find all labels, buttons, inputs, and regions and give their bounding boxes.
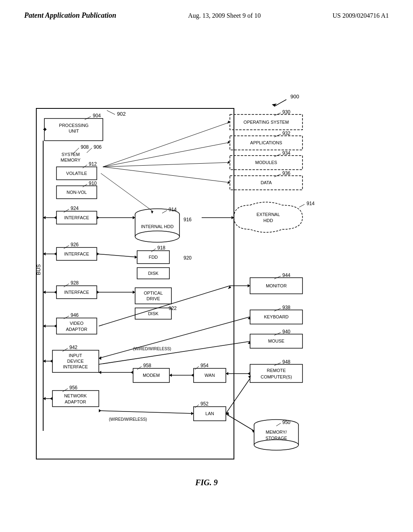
box-optical-drive — [135, 288, 171, 304]
label-optical-drive2: DRIVE — [146, 296, 160, 301]
cylinder-memory-bottom — [254, 440, 298, 450]
label-mouse: MOUSE — [268, 339, 284, 343]
box-external-hdd — [234, 202, 302, 233]
ref-914a: 914 — [169, 207, 177, 212]
ref-934: 934 — [282, 150, 290, 156]
svg-line-75 — [99, 341, 250, 364]
svg-marker-30 — [50, 360, 52, 363]
header-date-sheet: Aug. 13, 2009 Sheet 9 of 10 — [188, 12, 261, 19]
ref-936: 936 — [282, 170, 290, 176]
label-network-adaptor1: NETWORK — [64, 393, 87, 398]
label-remote-computer2: COMPUTER(S) — [261, 374, 292, 379]
svg-marker-69 — [248, 284, 250, 287]
ref-906: 906 — [94, 144, 102, 150]
label-external-hdd2: HDD — [263, 218, 273, 223]
label-remote-computer1: REMOTE — [267, 368, 286, 373]
svg-line-43 — [151, 249, 156, 252]
label-data: DATA — [261, 180, 272, 185]
ref-900: 900 — [290, 94, 299, 100]
svg-marker-95 — [248, 376, 251, 378]
label-external-hdd1: EXTERNAL — [257, 212, 280, 217]
svg-line-93 — [226, 378, 250, 414]
ref-954: 954 — [200, 363, 209, 368]
label-disk-922: DISK — [148, 311, 159, 316]
svg-marker-55 — [227, 121, 230, 124]
page-header: Patent Application Publication Aug. 13, … — [0, 0, 413, 20]
ref-956: 956 — [69, 385, 77, 391]
label-fdd: FDD — [149, 255, 158, 260]
ref-950: 950 — [282, 420, 290, 425]
svg-line-31 — [63, 389, 68, 392]
label-input-device3: INTERFACE — [63, 364, 88, 369]
label-volatile: VOLATILE — [66, 171, 87, 176]
svg-marker-1 — [272, 104, 277, 106]
svg-line-66 — [99, 286, 230, 326]
svg-line-27 — [63, 348, 68, 351]
label-wan: WAN — [204, 373, 215, 378]
label-input-device2: DEVICE — [67, 359, 84, 364]
ref-946: 946 — [71, 312, 79, 318]
header-patent-number: US 2009/0204716 A1 — [332, 12, 389, 19]
svg-marker-91 — [191, 412, 194, 415]
ref-930: 930 — [282, 109, 290, 115]
ref-938: 938 — [282, 305, 290, 310]
box-video-adaptor — [56, 318, 97, 334]
header-publication-label: Patent Application Publication — [24, 11, 116, 20]
label-network-adaptor2: ADAPTOR — [65, 399, 86, 404]
svg-marker-80 — [131, 371, 133, 374]
svg-marker-61 — [227, 181, 230, 184]
ref-944: 944 — [282, 272, 290, 278]
label-non-vol: NON-VOL — [67, 190, 87, 195]
svg-marker-83 — [169, 374, 172, 377]
svg-marker-88 — [248, 372, 250, 375]
svg-line-15 — [64, 245, 69, 249]
svg-marker-46 — [97, 252, 99, 256]
label-system-memory1: SYSTEM — [61, 152, 79, 157]
svg-marker-34 — [50, 397, 52, 400]
label-applications: APPLICATIONS — [250, 140, 282, 145]
svg-line-62 — [299, 204, 305, 207]
label-system-memory2: MEMORY — [60, 158, 81, 162]
ref-922: 922 — [169, 305, 177, 311]
svg-line-9 — [83, 165, 87, 168]
box-remote-computer — [250, 364, 302, 382]
ref-910: 910 — [89, 181, 97, 186]
label-input-device1: INPUT — [69, 353, 82, 358]
svg-marker-48 — [133, 291, 135, 294]
ref-904: 904 — [93, 113, 101, 118]
label-wired-wireless-956: (WIRED/WIRELESS) — [109, 417, 147, 422]
svg-line-81 — [195, 366, 199, 370]
svg-line-19 — [64, 284, 69, 287]
svg-line-2 — [107, 110, 115, 114]
label-keyboard: KEYBOARD — [264, 314, 288, 319]
label-processing-unit: PROCESSING — [59, 123, 88, 128]
ref-902: 902 — [117, 111, 126, 117]
svg-marker-39 — [133, 216, 135, 219]
ref-942: 942 — [69, 345, 77, 350]
svg-line-89 — [195, 405, 199, 408]
ref-912: 912 — [89, 161, 97, 167]
label-video-adaptor1: VIDEO — [70, 321, 84, 326]
svg-marker-74 — [99, 356, 101, 360]
figure-label: FIG. 9 — [0, 478, 413, 487]
svg-line-23 — [64, 316, 69, 319]
svg-marker-84 — [191, 374, 194, 377]
label-disk-918: DISK — [148, 271, 159, 276]
ref-914b: 914 — [307, 201, 315, 206]
svg-marker-14 — [54, 216, 56, 219]
ref-908: 908 — [81, 144, 89, 150]
label-bus: BUS — [35, 264, 42, 275]
svg-line-72 — [99, 317, 250, 358]
svg-marker-45 — [135, 256, 137, 259]
svg-line-41 — [101, 173, 153, 212]
label-operating-system: OPERATING SYSTEM — [244, 120, 289, 125]
svg-line-44 — [97, 254, 137, 257]
label-optical-drive1: OPTICAL — [144, 291, 163, 295]
svg-line-100 — [226, 414, 254, 431]
svg-line-11 — [64, 209, 69, 212]
ref-918: 918 — [157, 245, 165, 251]
ref-932: 932 — [282, 131, 290, 136]
ref-940: 940 — [282, 329, 290, 335]
svg-line-90 — [99, 411, 194, 414]
svg-marker-87 — [226, 372, 228, 375]
